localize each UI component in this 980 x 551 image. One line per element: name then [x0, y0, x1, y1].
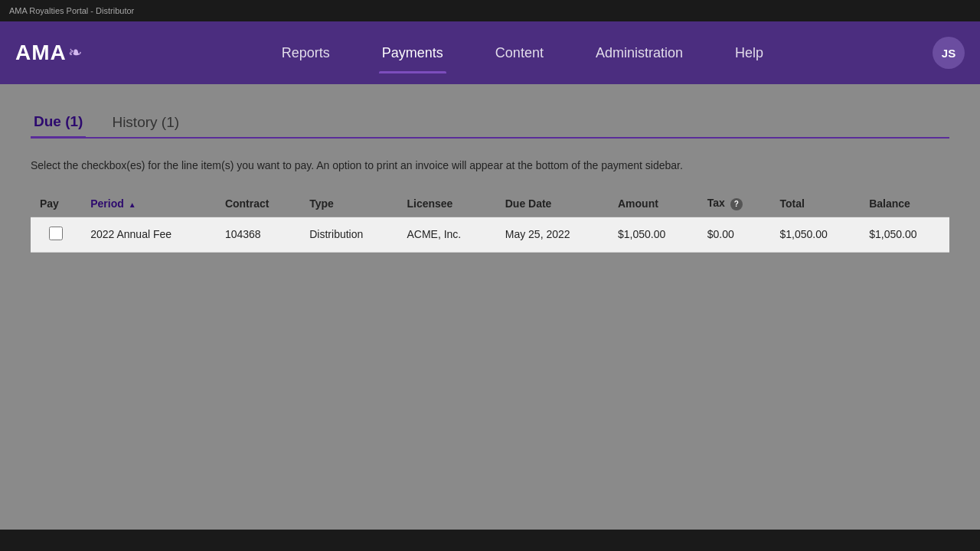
tab-history[interactable]: History (1): [109, 108, 182, 137]
col-amount: Amount: [609, 191, 698, 217]
table-row: 2022 Annual Fee 104368 Distribution ACME…: [31, 217, 949, 252]
col-licensee: Licensee: [397, 191, 495, 217]
period-cell: 2022 Annual Fee: [81, 217, 216, 252]
total-cell: $1,050.00: [770, 217, 860, 252]
bottom-bar: [0, 530, 980, 551]
amount-cell: $1,050.00: [609, 217, 698, 252]
navbar: AMA ❧ Reports Payments Content Administr…: [0, 21, 980, 84]
top-bar-text: AMA Royalties Portal - Distributor: [9, 6, 134, 15]
nav-item-reports[interactable]: Reports: [279, 39, 333, 67]
col-contract: Contract: [216, 191, 300, 217]
logo-icon: ❧: [68, 43, 82, 63]
col-balance: Balance: [860, 191, 949, 217]
col-total: Total: [770, 191, 860, 217]
main-content: Due (1) History (1) Select the checkbox(…: [0, 84, 980, 551]
nav-item-administration[interactable]: Administration: [593, 39, 686, 67]
balance-cell: $1,050.00: [860, 217, 949, 252]
tabs: Due (1) History (1): [31, 107, 949, 139]
logo-area: AMA ❧: [15, 41, 82, 65]
col-pay: Pay: [31, 191, 81, 217]
col-due-date: Due Date: [496, 191, 609, 217]
tax-info-icon[interactable]: ?: [730, 198, 743, 210]
sort-arrow-period: ▲: [129, 201, 136, 209]
col-tax: Tax ?: [698, 191, 771, 217]
table-header-row: Pay Period ▲ Contract Type Licensee Due …: [31, 191, 949, 217]
payments-table: Pay Period ▲ Contract Type Licensee Due …: [31, 191, 949, 253]
pay-checkbox[interactable]: [49, 227, 63, 240]
user-avatar[interactable]: JS: [933, 37, 965, 69]
col-period[interactable]: Period ▲: [81, 191, 216, 217]
top-bar: AMA Royalties Portal - Distributor: [0, 0, 980, 21]
col-type: Type: [300, 191, 397, 217]
logo-text: AMA: [15, 41, 67, 65]
due-date-cell: May 25, 2022: [496, 217, 609, 252]
pay-cell[interactable]: [31, 217, 81, 252]
tax-cell: $0.00: [698, 217, 771, 252]
nav-items: Reports Payments Content Administration …: [113, 39, 933, 67]
tab-due[interactable]: Due (1): [31, 107, 86, 139]
nav-item-help[interactable]: Help: [732, 39, 766, 67]
licensee-cell: ACME, Inc.: [397, 217, 495, 252]
nav-item-content[interactable]: Content: [492, 39, 547, 67]
type-cell: Distribution: [300, 217, 397, 252]
nav-item-payments[interactable]: Payments: [379, 39, 446, 67]
instruction-text: Select the checkbox(es) for the line ite…: [31, 158, 949, 174]
contract-cell: 104368: [216, 217, 300, 252]
